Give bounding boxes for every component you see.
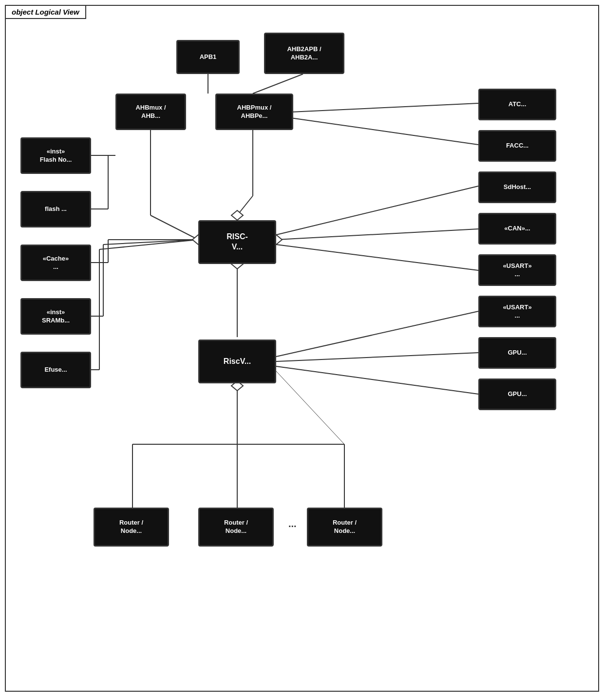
svg-line-5 xyxy=(237,196,253,215)
svg-line-19 xyxy=(103,240,198,245)
svg-line-25 xyxy=(276,353,478,361)
svg-text:···: ··· xyxy=(288,521,297,531)
node-usart0: «USART»... xyxy=(478,254,556,286)
node-riscv2: RiscV... xyxy=(198,340,276,383)
node-ahbmux: AHBmux /AHB... xyxy=(115,94,186,130)
node-riscv: RISC-V... xyxy=(198,220,276,264)
svg-line-32 xyxy=(276,371,344,444)
svg-line-3 xyxy=(151,215,198,240)
svg-line-22 xyxy=(99,240,198,249)
node-ahbpmux: AHBPmux /AHBPe... xyxy=(215,94,293,130)
node-flash-node: «inst»Flash No... xyxy=(20,137,91,174)
node-apb1: APB1 xyxy=(176,40,240,74)
node-router0: Router /Node... xyxy=(94,508,169,547)
node-facc: FACC... xyxy=(478,130,556,162)
svg-line-26 xyxy=(276,366,478,394)
svg-line-8 xyxy=(276,186,478,235)
node-routern: Router /Node... xyxy=(307,508,382,547)
node-usart1: «USART»... xyxy=(478,296,556,327)
node-ahb2apb: AHB2APB /AHB2A... xyxy=(264,33,344,74)
svg-line-1 xyxy=(253,74,303,94)
svg-marker-34 xyxy=(231,210,243,220)
diagram-title: object Logical View xyxy=(6,6,86,19)
node-gpu1: GPU... xyxy=(478,378,556,410)
svg-line-6 xyxy=(291,103,478,112)
node-flash-inst: flash ... xyxy=(20,191,91,227)
node-router1: Router /Node... xyxy=(198,508,274,547)
node-gpu0: GPU... xyxy=(478,337,556,369)
svg-line-9 xyxy=(276,229,478,240)
diagram-container: object Logical View xyxy=(5,5,599,692)
node-atc: ATC... xyxy=(478,89,556,120)
node-sdhost: SdHost... xyxy=(478,171,556,203)
svg-line-24 xyxy=(276,311,478,357)
node-can: «CAN»... xyxy=(478,213,556,245)
svg-line-7 xyxy=(291,118,478,145)
node-efuse: Efuse... xyxy=(20,352,91,388)
node-cache: «Cache»... xyxy=(20,245,91,281)
node-sram: «inst»SRAMb... xyxy=(20,298,91,335)
svg-line-10 xyxy=(276,245,478,270)
